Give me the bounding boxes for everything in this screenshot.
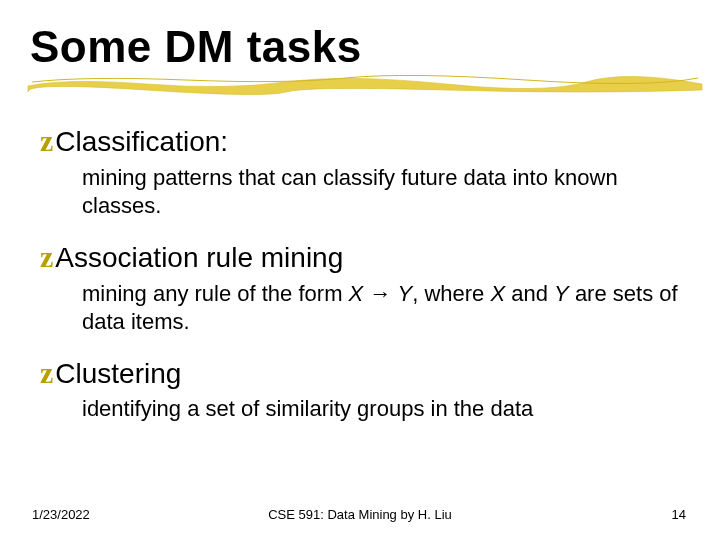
- desc-fragment: , where: [412, 281, 490, 306]
- footer-date: 1/23/2022: [32, 507, 90, 522]
- footer-course: CSE 591: Data Mining by H. Liu: [268, 507, 452, 522]
- title-block: Some DM tasks: [30, 24, 690, 94]
- variable-y: Y: [554, 281, 569, 306]
- slide: Some DM tasks z Classification: mining p…: [0, 0, 720, 540]
- title-underline: [30, 76, 690, 94]
- desc-fragment: mining any rule of the form: [82, 281, 349, 306]
- variable-x: X: [490, 281, 505, 306]
- bullet-description: identifying a set of similarity groups i…: [40, 395, 690, 423]
- slide-title: Some DM tasks: [30, 24, 690, 70]
- heading-text: Association rule mining: [55, 240, 343, 275]
- brush-underline-icon: [26, 72, 706, 96]
- bullet-heading: z Classification:: [40, 122, 690, 160]
- variable-y: Y: [398, 281, 413, 306]
- variable-x: X: [349, 281, 364, 306]
- footer-page-number: 14: [672, 507, 686, 522]
- bullet-heading: z Association rule mining: [40, 238, 690, 276]
- arrow-icon: →: [363, 281, 397, 306]
- bullet-description: mining patterns that can classify future…: [40, 164, 690, 220]
- bullet-item-association: z Association rule mining mining any rul…: [40, 238, 690, 336]
- heading-text: Classification:: [55, 124, 228, 159]
- bullet-heading: z Clustering: [40, 354, 690, 392]
- content-area: z Classification: mining patterns that c…: [30, 122, 690, 423]
- bullet-item-classification: z Classification: mining patterns that c…: [40, 122, 690, 220]
- bullet-description: mining any rule of the form X → Y, where…: [40, 280, 690, 336]
- bullet-glyph-icon: z: [40, 354, 53, 392]
- bullet-item-clustering: z Clustering identifying a set of simila…: [40, 354, 690, 424]
- heading-text: Clustering: [55, 356, 181, 391]
- slide-footer: 1/23/2022 CSE 591: Data Mining by H. Liu…: [0, 507, 720, 522]
- desc-fragment: and: [505, 281, 554, 306]
- bullet-glyph-icon: z: [40, 122, 53, 160]
- bullet-glyph-icon: z: [40, 238, 53, 276]
